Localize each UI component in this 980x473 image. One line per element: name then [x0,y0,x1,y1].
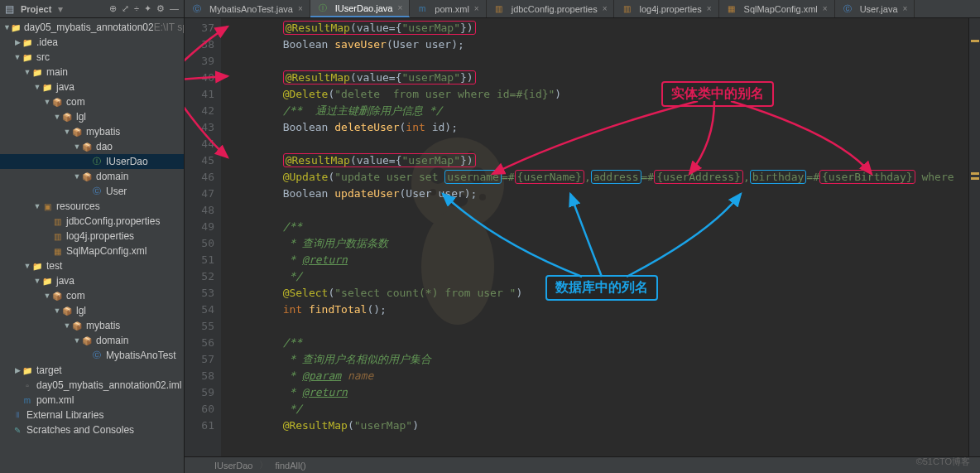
editor-tab[interactable]: ⒾIUserDao.java× [310,0,411,17]
file-icon: Ⓘ [317,2,329,14]
tree-item[interactable]: ⒾIUserDao [0,154,184,169]
tree-item[interactable]: ▦SqlMapConfig.xml [0,244,184,258]
tree-item[interactable]: ✎Scratches and Consoles [0,422,184,437]
tree-item[interactable]: ⒸMybatisAnoTest [0,348,184,363]
sidebar-header: ▤ Project ▾ ⊕⤢÷✦⚙— [0,0,184,18]
tree-item[interactable]: ▶📁.idea [0,35,184,50]
tree-item[interactable]: ▼📁java [0,273,184,288]
tree-item[interactable]: ▼📦domain [0,169,184,184]
project-icon: ▤ [5,3,14,15]
tree-item[interactable]: ▼▣resources [0,199,184,214]
tree-item[interactable]: ▼📦mybatis [0,124,184,139]
breadcrumb[interactable]: IUserDao 〉 findAll() [185,456,980,473]
line-gutter: 3738394041424344454647484950515253545556… [185,18,221,456]
code-area[interactable]: @ResultMap(value={"userMap"}) Boolean sa… [221,18,968,456]
dropdown-icon[interactable]: ▾ [58,3,63,15]
editor-tabs: ⒸMybatisAnoTest.java×ⒾIUserDao.java×mpom… [185,0,980,18]
tree-item[interactable]: ▶📁target [0,363,184,378]
tree-item[interactable]: ▥log4j.properties [0,229,184,244]
tree-item[interactable]: ⫴External Libraries [0,408,184,422]
close-icon[interactable]: × [603,4,608,13]
tree-item[interactable]: ▼📦lgl [0,109,184,124]
tree-item[interactable]: ▼📦domain [0,333,184,348]
file-icon: ▥ [621,3,632,15]
tree-item[interactable]: ▼📁java [0,80,184,94]
annotation-blue-label: 数据库中的列名 [545,275,658,301]
editor-tab[interactable]: ⒸUser.java× [835,0,915,17]
editor-tab[interactable]: ⒸMybatisAnoTest.java× [185,0,310,17]
tree-item[interactable]: ▼📦com [0,288,184,303]
breadcrumb-method[interactable]: findAll() [275,461,305,471]
tree-item[interactable]: ▥jdbcConfig.properties [0,214,184,229]
close-icon[interactable]: × [707,4,712,13]
toolbar-icon[interactable]: ⤢ [122,3,129,14]
editor-tab[interactable]: ▦SqlMapConfig.xml× [719,0,835,17]
annotation-pink-label: 实体类中的别名 [661,81,774,107]
file-icon: ▦ [726,3,737,15]
close-icon[interactable]: × [823,4,828,13]
editor-tab[interactable]: mpom.xml× [410,0,486,17]
toolbar-icon[interactable]: ÷ [134,3,139,14]
toolbar-icon[interactable]: ⚙ [156,3,165,14]
sidebar-title: Project [21,4,51,14]
tree-item[interactable]: ▼📦lgl [0,303,184,318]
tree-item[interactable]: ▼📁day05_mybatis_annotation02 E:\IT space [0,20,184,35]
tree-item[interactable]: ▼📦dao [0,139,184,154]
editor-tab[interactable]: ▥log4j.properties× [614,0,718,17]
tree-item[interactable]: ▼📁main [0,65,184,80]
toolbar-icon[interactable]: ⊕ [109,3,117,14]
toolbar-icon[interactable]: — [170,3,179,14]
tree-item[interactable]: ▫day05_mybatis_annotation02.iml [0,378,184,393]
file-icon: ▥ [493,3,505,15]
close-icon[interactable]: × [397,3,402,12]
close-icon[interactable]: × [903,4,908,13]
project-tree[interactable]: ▼📁day05_mybatis_annotation02 E:\IT space… [0,18,184,473]
right-margin [968,18,980,456]
close-icon[interactable]: × [298,4,303,13]
project-sidebar: ▤ Project ▾ ⊕⤢÷✦⚙— ▼📁day05_mybatis_annot… [0,0,185,473]
file-icon: m [416,3,428,15]
code-editor[interactable]: 3738394041424344454647484950515253545556… [185,18,980,456]
close-icon[interactable]: × [474,4,479,13]
watermark: ©51CTO博客 [916,456,970,468]
tree-item[interactable]: ▼📦com [0,94,184,109]
file-icon: Ⓒ [191,3,203,15]
file-icon: Ⓒ [842,3,853,15]
toolbar-icon[interactable]: ✦ [144,3,151,14]
tree-item[interactable]: ⒸUser [0,184,184,199]
tree-item[interactable]: ▼📦mybatis [0,318,184,333]
tree-item[interactable]: ▼📁test [0,258,184,273]
breadcrumb-class[interactable]: IUserDao [214,461,252,471]
tree-item[interactable]: mpom.xml [0,393,184,408]
editor-tab[interactable]: ▥jdbcConfig.properties× [487,0,615,17]
tree-item[interactable]: ▼📁src [0,50,184,65]
